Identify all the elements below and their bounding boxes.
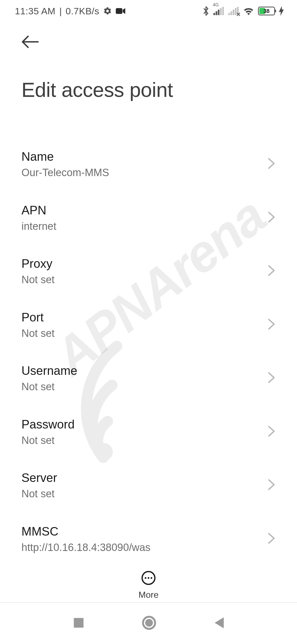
svg-point-16	[145, 577, 146, 579]
bluetooth-icon	[202, 6, 210, 16]
nav-recents-button[interactable]	[73, 617, 85, 630]
battery-icon: 38	[258, 7, 275, 15]
settings-list: Name Our-Telecom-MMS APN internet Proxy …	[0, 137, 297, 572]
row-value: Our-Telecom-MMS	[21, 166, 109, 179]
row-value: Not set	[21, 434, 75, 447]
chevron-right-icon	[267, 265, 276, 277]
row-value: Not set	[21, 487, 57, 501]
row-value: Not set	[21, 380, 77, 394]
row-value: http://10.16.18.4:38090/was	[21, 541, 150, 554]
row-port[interactable]: Port Not set	[0, 298, 297, 352]
charging-icon	[279, 6, 284, 16]
row-label: Username	[21, 363, 77, 378]
nav-back-button[interactable]	[213, 617, 224, 630]
chevron-right-icon	[267, 533, 276, 545]
chevron-right-icon	[267, 479, 276, 492]
chevron-right-icon	[267, 211, 276, 224]
row-value: Not set	[21, 273, 54, 286]
row-label: Name	[21, 149, 109, 164]
status-separator: |	[59, 6, 62, 17]
gear-icon	[103, 7, 112, 15]
svg-rect-7	[228, 13, 230, 15]
page-title: Edit access point	[21, 78, 276, 102]
row-password[interactable]: Password Not set	[0, 405, 297, 459]
svg-rect-2	[213, 13, 215, 15]
row-proxy[interactable]: Proxy Not set	[0, 244, 297, 298]
svg-point-21	[145, 619, 153, 627]
row-label: MMSC	[21, 524, 150, 539]
svg-rect-5	[220, 8, 222, 15]
nav-home-button[interactable]	[142, 616, 156, 631]
svg-rect-1	[116, 8, 122, 14]
back-button[interactable]	[19, 33, 41, 51]
svg-rect-19	[74, 618, 83, 627]
more-button[interactable]: More	[139, 570, 159, 600]
svg-point-18	[151, 577, 152, 579]
row-mmsc[interactable]: MMSC http://10.16.18.4:38090/was	[0, 512, 297, 566]
more-icon	[141, 570, 156, 587]
row-label: Proxy	[21, 256, 54, 271]
signal-sim2-icon	[228, 7, 239, 15]
svg-rect-3	[216, 11, 217, 15]
row-server[interactable]: Server Not set	[0, 459, 297, 512]
row-value: Not set	[21, 327, 54, 340]
status-bar: 11:35 AM | 0.7KB/s 4G 38	[0, 0, 297, 22]
row-label: APN	[21, 203, 56, 218]
row-apn[interactable]: APN internet	[0, 191, 297, 245]
chevron-right-icon	[267, 318, 276, 331]
row-label: Password	[21, 417, 75, 432]
chevron-right-icon	[267, 158, 276, 170]
videocam-icon	[116, 7, 126, 15]
signal-sim1-icon: 4G	[213, 7, 224, 15]
row-value: internet	[21, 220, 56, 233]
wifi-icon	[243, 7, 254, 15]
system-nav-bar	[0, 603, 297, 644]
more-label: More	[139, 590, 159, 600]
svg-rect-4	[218, 10, 219, 15]
chevron-right-icon	[267, 372, 276, 384]
svg-rect-6	[222, 7, 224, 15]
status-net-speed: 0.7KB/s	[66, 6, 100, 17]
row-label: Server	[21, 470, 57, 485]
row-username[interactable]: Username Not set	[0, 351, 297, 405]
row-label: Port	[21, 310, 54, 325]
svg-rect-9	[233, 10, 234, 15]
svg-rect-8	[230, 11, 232, 15]
chevron-right-icon	[267, 425, 276, 438]
svg-point-17	[148, 577, 149, 579]
status-time: 11:35 AM	[15, 6, 56, 17]
row-name[interactable]: Name Our-Telecom-MMS	[0, 137, 297, 191]
